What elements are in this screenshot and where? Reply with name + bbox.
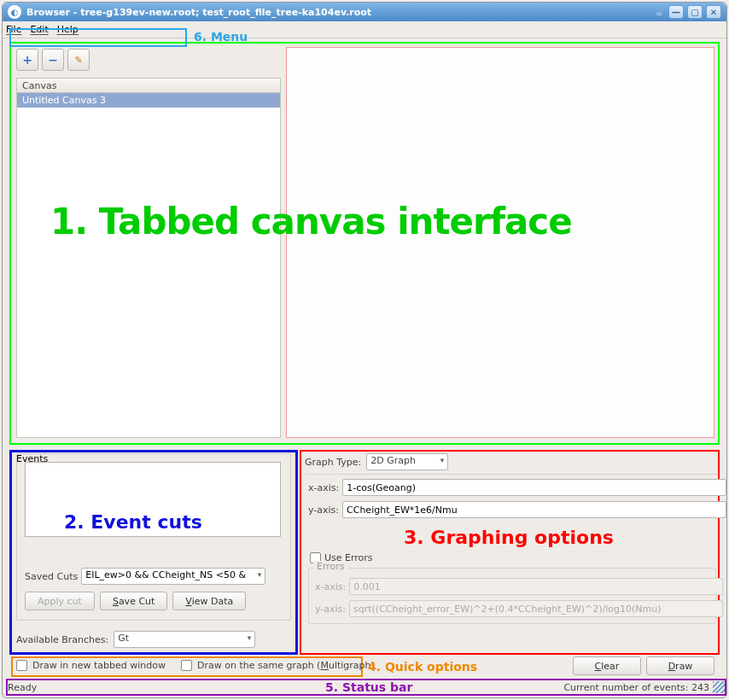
menubar: File Edit Help: [3, 21, 726, 38]
annot-label-events: 2. Event cuts: [64, 511, 202, 533]
yaxis-input[interactable]: [342, 501, 726, 518]
menu-file[interactable]: File: [6, 24, 21, 35]
multigraph-label: Draw on the same graph (Multigraph): [197, 660, 375, 671]
err-xaxis-input: [349, 578, 723, 595]
canvas-list[interactable]: Untitled Canvas 3: [16, 93, 281, 438]
xaxis-input[interactable]: [342, 479, 726, 496]
err-yaxis-input: [349, 600, 723, 617]
clear-button[interactable]: Clear: [573, 656, 641, 675]
minimize-button[interactable]: —: [668, 5, 684, 19]
available-branches-value: Gt: [118, 633, 129, 644]
available-branches-select[interactable]: Gt: [114, 631, 255, 648]
app-window: ◐ Browser - tree-g139ev-new.root; test_r…: [2, 2, 727, 698]
new-window-label: Draw in new tabbed window: [32, 660, 166, 671]
annot-label-status: 5. Status bar: [325, 680, 412, 694]
saved-cuts-label: Saved Cuts: [25, 571, 78, 582]
status-ready: Ready: [8, 682, 37, 693]
annot-label-quick: 4. Quick options: [368, 660, 477, 674]
graph-type-select[interactable]: 2D Graph: [366, 453, 448, 470]
available-branches-label: Available Branches:: [16, 634, 108, 645]
saved-cuts-select[interactable]: EIL_ew>0 && CCheight_NS <50 &: [81, 568, 265, 585]
yaxis-label: y-axis:: [308, 505, 339, 516]
java-icon: ☕: [655, 7, 663, 18]
status-events: Current number of events: 243: [563, 682, 709, 693]
remove-canvas-button[interactable]: −: [42, 49, 64, 71]
canvas-list-header: Canvas: [16, 78, 281, 93]
xaxis-label: x-axis:: [308, 482, 339, 493]
pencil-icon: ✎: [74, 55, 82, 66]
errors-legend: Errors: [313, 561, 348, 572]
add-canvas-button[interactable]: +: [16, 49, 38, 71]
window-title: Browser - tree-g139ev-new.root; test_roo…: [26, 7, 650, 18]
canvas-list-item[interactable]: Untitled Canvas 3: [17, 93, 280, 108]
edit-canvas-button[interactable]: ✎: [67, 49, 90, 71]
resize-grip-icon[interactable]: [713, 681, 725, 693]
annot-label-graph: 3. Graphing options: [404, 527, 614, 548]
save-cut-button[interactable]: Save Cut: [100, 592, 167, 610]
titlebar[interactable]: ◐ Browser - tree-g139ev-new.root; test_r…: [3, 3, 726, 21]
saved-cuts-value: EIL_ew>0 && CCheight_NS <50 &: [85, 569, 246, 580]
content-area: + − ✎ Canvas Untitled Canvas 3 1. Tabbed…: [3, 38, 726, 697]
menu-edit[interactable]: Edit: [30, 24, 48, 35]
annot-label-canvas: 1. Tabbed canvas interface: [50, 201, 572, 242]
err-yaxis-label: y-axis:: [315, 604, 346, 615]
app-icon: ◐: [8, 5, 21, 19]
canvas-pane[interactable]: [286, 47, 714, 438]
multigraph-checkbox[interactable]: [181, 660, 192, 671]
graph-type-label: Graph Type:: [305, 457, 361, 468]
new-window-checkbox[interactable]: [16, 660, 27, 671]
maximize-button[interactable]: ▢: [687, 5, 703, 19]
annot-label-menu: 6. Menu: [194, 30, 248, 44]
apply-cut-button[interactable]: Apply cut: [25, 592, 95, 610]
menu-help[interactable]: Help: [57, 24, 79, 35]
graph-type-value: 2D Graph: [370, 455, 416, 466]
err-xaxis-label: x-axis:: [315, 581, 346, 592]
draw-button[interactable]: Draw: [646, 656, 714, 675]
view-data-button[interactable]: View Data: [172, 592, 246, 610]
close-button[interactable]: ✕: [706, 5, 721, 19]
canvas-toolbar: + − ✎: [16, 49, 90, 71]
